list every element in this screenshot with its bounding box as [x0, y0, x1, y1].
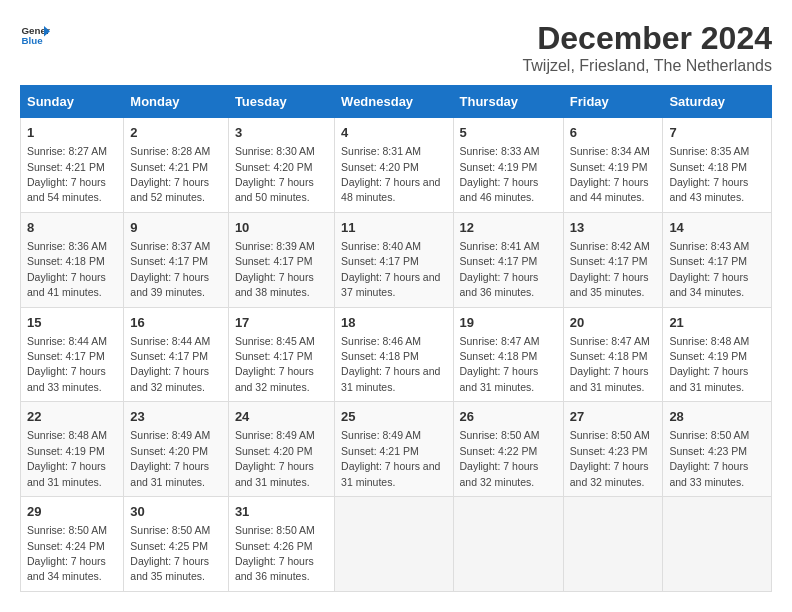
calendar-cell: 22 Sunrise: 8:48 AM Sunset: 4:19 PM Dayl… [21, 402, 124, 497]
day-number: 30 [130, 503, 222, 521]
day-number: 5 [460, 124, 557, 142]
day-number: 8 [27, 219, 117, 237]
calendar-cell: 6 Sunrise: 8:34 AM Sunset: 4:19 PM Dayli… [563, 118, 663, 213]
sunrise-text: Sunrise: 8:46 AM [341, 335, 421, 347]
day-number: 24 [235, 408, 328, 426]
calendar-cell: 4 Sunrise: 8:31 AM Sunset: 4:20 PM Dayli… [335, 118, 453, 213]
daylight-text: Daylight: 7 hours and 31 minutes. [130, 460, 209, 487]
calendar-header-row: SundayMondayTuesdayWednesdayThursdayFrid… [21, 86, 772, 118]
calendar-cell: 3 Sunrise: 8:30 AM Sunset: 4:20 PM Dayli… [228, 118, 334, 213]
sunset-text: Sunset: 4:20 PM [130, 445, 208, 457]
daylight-text: Daylight: 7 hours and 32 minutes. [130, 365, 209, 392]
day-number: 20 [570, 314, 657, 332]
daylight-text: Daylight: 7 hours and 43 minutes. [669, 176, 748, 203]
sunrise-text: Sunrise: 8:37 AM [130, 240, 210, 252]
day-number: 6 [570, 124, 657, 142]
day-number: 31 [235, 503, 328, 521]
header-day-sunday: Sunday [21, 86, 124, 118]
calendar-cell [453, 497, 563, 592]
header-day-wednesday: Wednesday [335, 86, 453, 118]
sunset-text: Sunset: 4:25 PM [130, 540, 208, 552]
sunrise-text: Sunrise: 8:50 AM [460, 429, 540, 441]
sunset-text: Sunset: 4:17 PM [235, 255, 313, 267]
calendar-cell: 5 Sunrise: 8:33 AM Sunset: 4:19 PM Dayli… [453, 118, 563, 213]
sunrise-text: Sunrise: 8:44 AM [27, 335, 107, 347]
sunset-text: Sunset: 4:17 PM [27, 350, 105, 362]
daylight-text: Daylight: 7 hours and 36 minutes. [460, 271, 539, 298]
calendar-cell: 16 Sunrise: 8:44 AM Sunset: 4:17 PM Dayl… [124, 307, 229, 402]
day-number: 12 [460, 219, 557, 237]
calendar-cell: 13 Sunrise: 8:42 AM Sunset: 4:17 PM Dayl… [563, 212, 663, 307]
calendar-week-row: 1 Sunrise: 8:27 AM Sunset: 4:21 PM Dayli… [21, 118, 772, 213]
calendar-cell: 14 Sunrise: 8:43 AM Sunset: 4:17 PM Dayl… [663, 212, 772, 307]
daylight-text: Daylight: 7 hours and 36 minutes. [235, 555, 314, 582]
calendar-cell: 18 Sunrise: 8:46 AM Sunset: 4:18 PM Dayl… [335, 307, 453, 402]
calendar-cell: 23 Sunrise: 8:49 AM Sunset: 4:20 PM Dayl… [124, 402, 229, 497]
sunset-text: Sunset: 4:18 PM [669, 161, 747, 173]
sunrise-text: Sunrise: 8:45 AM [235, 335, 315, 347]
day-number: 15 [27, 314, 117, 332]
daylight-text: Daylight: 7 hours and 35 minutes. [570, 271, 649, 298]
daylight-text: Daylight: 7 hours and 31 minutes. [460, 365, 539, 392]
calendar-cell: 15 Sunrise: 8:44 AM Sunset: 4:17 PM Dayl… [21, 307, 124, 402]
calendar-cell: 10 Sunrise: 8:39 AM Sunset: 4:17 PM Dayl… [228, 212, 334, 307]
calendar-cell: 20 Sunrise: 8:47 AM Sunset: 4:18 PM Dayl… [563, 307, 663, 402]
calendar-cell: 1 Sunrise: 8:27 AM Sunset: 4:21 PM Dayli… [21, 118, 124, 213]
daylight-text: Daylight: 7 hours and 32 minutes. [460, 460, 539, 487]
day-number: 22 [27, 408, 117, 426]
sunset-text: Sunset: 4:17 PM [669, 255, 747, 267]
daylight-text: Daylight: 7 hours and 38 minutes. [235, 271, 314, 298]
sunrise-text: Sunrise: 8:50 AM [570, 429, 650, 441]
sunrise-text: Sunrise: 8:49 AM [130, 429, 210, 441]
calendar-cell: 2 Sunrise: 8:28 AM Sunset: 4:21 PM Dayli… [124, 118, 229, 213]
sunrise-text: Sunrise: 8:50 AM [27, 524, 107, 536]
daylight-text: Daylight: 7 hours and 31 minutes. [27, 460, 106, 487]
sunset-text: Sunset: 4:20 PM [341, 161, 419, 173]
sunrise-text: Sunrise: 8:49 AM [235, 429, 315, 441]
sunset-text: Sunset: 4:26 PM [235, 540, 313, 552]
sunset-text: Sunset: 4:19 PM [669, 350, 747, 362]
sunrise-text: Sunrise: 8:47 AM [460, 335, 540, 347]
calendar-cell: 12 Sunrise: 8:41 AM Sunset: 4:17 PM Dayl… [453, 212, 563, 307]
daylight-text: Daylight: 7 hours and 32 minutes. [235, 365, 314, 392]
calendar-cell: 31 Sunrise: 8:50 AM Sunset: 4:26 PM Dayl… [228, 497, 334, 592]
calendar-cell: 11 Sunrise: 8:40 AM Sunset: 4:17 PM Dayl… [335, 212, 453, 307]
sunset-text: Sunset: 4:19 PM [27, 445, 105, 457]
calendar-cell: 7 Sunrise: 8:35 AM Sunset: 4:18 PM Dayli… [663, 118, 772, 213]
sunrise-text: Sunrise: 8:27 AM [27, 145, 107, 157]
day-number: 16 [130, 314, 222, 332]
subtitle: Twijzel, Friesland, The Netherlands [522, 57, 772, 75]
calendar-cell: 24 Sunrise: 8:49 AM Sunset: 4:20 PM Dayl… [228, 402, 334, 497]
daylight-text: Daylight: 7 hours and 52 minutes. [130, 176, 209, 203]
calendar-cell: 26 Sunrise: 8:50 AM Sunset: 4:22 PM Dayl… [453, 402, 563, 497]
calendar-cell [663, 497, 772, 592]
day-number: 2 [130, 124, 222, 142]
day-number: 13 [570, 219, 657, 237]
sunrise-text: Sunrise: 8:42 AM [570, 240, 650, 252]
sunset-text: Sunset: 4:17 PM [235, 350, 313, 362]
daylight-text: Daylight: 7 hours and 35 minutes. [130, 555, 209, 582]
sunset-text: Sunset: 4:20 PM [235, 445, 313, 457]
day-number: 21 [669, 314, 765, 332]
sunrise-text: Sunrise: 8:44 AM [130, 335, 210, 347]
day-number: 1 [27, 124, 117, 142]
calendar-cell [563, 497, 663, 592]
daylight-text: Daylight: 7 hours and 31 minutes. [669, 365, 748, 392]
day-number: 7 [669, 124, 765, 142]
sunset-text: Sunset: 4:20 PM [235, 161, 313, 173]
day-number: 28 [669, 408, 765, 426]
sunrise-text: Sunrise: 8:36 AM [27, 240, 107, 252]
sunrise-text: Sunrise: 8:48 AM [27, 429, 107, 441]
sunrise-text: Sunrise: 8:39 AM [235, 240, 315, 252]
day-number: 14 [669, 219, 765, 237]
calendar-cell: 30 Sunrise: 8:50 AM Sunset: 4:25 PM Dayl… [124, 497, 229, 592]
sunset-text: Sunset: 4:18 PM [460, 350, 538, 362]
calendar-cell [335, 497, 453, 592]
daylight-text: Daylight: 7 hours and 39 minutes. [130, 271, 209, 298]
sunset-text: Sunset: 4:21 PM [27, 161, 105, 173]
sunrise-text: Sunrise: 8:33 AM [460, 145, 540, 157]
day-number: 17 [235, 314, 328, 332]
sunset-text: Sunset: 4:17 PM [341, 255, 419, 267]
sunrise-text: Sunrise: 8:30 AM [235, 145, 315, 157]
header-day-tuesday: Tuesday [228, 86, 334, 118]
